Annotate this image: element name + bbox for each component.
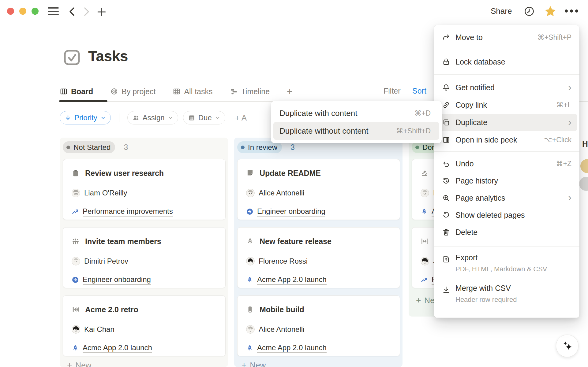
- restore-icon: [442, 211, 450, 219]
- chart-up-icon: [421, 276, 428, 284]
- due-chip[interactable]: Due: [183, 111, 225, 124]
- avatar: [72, 325, 80, 334]
- window-zoom-button[interactable]: [32, 8, 39, 15]
- page-options-menu: Move to ⌘+Shift+P Lock database Get noti…: [434, 25, 579, 318]
- menu-item-move-to[interactable]: Move to ⌘+Shift+P: [436, 28, 577, 46]
- priority-sort-chip[interactable]: Priority: [60, 111, 111, 124]
- menu-footer-spacer: [434, 317, 579, 324]
- page-icon-checkbox[interactable]: [64, 50, 80, 65]
- window-close-button[interactable]: [7, 8, 14, 15]
- add-card-button[interactable]: +New: [242, 360, 266, 367]
- card-title: Update README: [260, 169, 321, 178]
- chart-up-icon: [72, 208, 79, 215]
- chevron-right-icon: ›: [568, 82, 571, 92]
- person-name: Florence Rossi: [259, 257, 308, 265]
- export-icon: [442, 255, 450, 263]
- tab-all-tasks[interactable]: All tasks: [173, 87, 212, 96]
- merge-csv-icon: [442, 286, 450, 294]
- menu-item-show-deleted-pages[interactable]: Show deleted pages: [436, 206, 577, 224]
- person-name: Liam O'Reilly: [84, 189, 127, 197]
- menu-item-merge-with-csv[interactable]: Merge with CSV Header row required: [436, 281, 577, 312]
- people-icon: [132, 114, 140, 121]
- readme-page-icon: [246, 169, 254, 177]
- plus-icon: +: [416, 295, 421, 305]
- tab-board[interactable]: Board: [60, 87, 93, 96]
- menu-item-duplicate-without-content[interactable]: Duplicate without content ⌘+Shift+D: [273, 122, 439, 140]
- person-name: Alice Antonelli: [259, 189, 304, 197]
- menu-item-undo[interactable]: Undo ⌘+Z: [436, 155, 577, 172]
- view-tabbar: Board By project All tasks Timeline +: [60, 84, 293, 98]
- status-dot: [241, 146, 245, 149]
- bell-icon: [442, 83, 450, 92]
- meeting-icon: [72, 237, 80, 245]
- add-card-button[interactable]: +New: [67, 360, 91, 367]
- task-card[interactable]: Update README Alice Antonelli Engineer o…: [237, 159, 400, 220]
- move-to-icon: [442, 33, 450, 42]
- board-column-in-review: In review 3 Update README Alice Antonell…: [234, 138, 403, 367]
- menu-item-page-history[interactable]: Page history: [436, 172, 577, 189]
- avatar: [72, 257, 80, 265]
- add-view-button[interactable]: +: [287, 86, 293, 97]
- menu-item-duplicate-with-content[interactable]: Duplicate with content ⌘+D: [273, 104, 439, 122]
- related-page-link[interactable]: Acme App 2.0 launch: [257, 343, 327, 353]
- page-title[interactable]: Tasks: [88, 48, 128, 65]
- task-card[interactable]: Mobile build Alice Antonelli Acme App 2.…: [237, 295, 400, 356]
- person-name: Alice Antonelli: [259, 325, 304, 334]
- arrow-circle-icon: [246, 208, 253, 215]
- chevron-down-icon: [215, 115, 220, 120]
- phone-icon: [246, 306, 254, 313]
- column-header[interactable]: Not Started 3: [63, 141, 128, 153]
- arrow-circle-icon: [72, 276, 79, 284]
- task-card[interactable]: Acme 2.0 retro Kai Chan Acme App 2.0 lau…: [63, 295, 226, 356]
- task-card[interactable]: Review user research Liam O'Reilly Perfo…: [63, 159, 226, 220]
- rocket-icon: [246, 344, 253, 352]
- favorite-star-icon[interactable]: [544, 5, 557, 18]
- related-page-link[interactable]: Engineer onboarding: [257, 207, 325, 217]
- task-card[interactable]: Invite team members Dimitri Petrov Engin…: [63, 227, 226, 288]
- avatar: [246, 189, 255, 197]
- rocket-icon: [246, 276, 253, 284]
- sort-button[interactable]: Sort: [412, 87, 426, 95]
- duplicate-icon: [442, 118, 450, 127]
- new-page-plus-icon[interactable]: [97, 7, 107, 17]
- history-clock-icon: [442, 177, 450, 185]
- text-width-icon: [421, 237, 429, 245]
- menu-item-open-side-peek[interactable]: Open in side peek ⌥+Click: [436, 131, 577, 149]
- menu-item-lock-database[interactable]: Lock database: [436, 52, 577, 72]
- undo-icon: [442, 160, 450, 168]
- sidebar-menu-icon[interactable]: [47, 7, 59, 16]
- related-page-link[interactable]: Engineer onboarding: [83, 275, 151, 285]
- updates-clock-icon[interactable]: [524, 6, 534, 17]
- app-window: Share Tasks Board By project All tasks T…: [0, 0, 588, 367]
- menu-item-delete[interactable]: Delete: [436, 224, 577, 241]
- filter-chips-row: Priority Assign Due + A: [60, 111, 247, 124]
- menu-item-page-analytics[interactable]: Page analytics ›: [436, 189, 577, 206]
- nav-back-icon[interactable]: [68, 7, 76, 17]
- menu-item-duplicate[interactable]: Duplicate ›: [436, 114, 577, 131]
- menu-item-get-notified[interactable]: Get notified ›: [436, 79, 577, 96]
- tab-timeline[interactable]: Timeline: [230, 87, 270, 96]
- related-page-link[interactable]: Acme App 2.0 launch: [83, 343, 152, 353]
- add-filter-fragment[interactable]: + A: [235, 113, 247, 123]
- duplicate-submenu: Duplicate with content ⌘+D Duplicate wit…: [271, 101, 442, 143]
- ai-assistant-button[interactable]: [556, 335, 579, 357]
- filter-button[interactable]: Filter: [384, 87, 401, 95]
- tab-by-project[interactable]: By project: [110, 87, 155, 96]
- share-button[interactable]: Share: [491, 6, 512, 16]
- target-icon: [110, 87, 118, 95]
- card-title: Review user research: [85, 169, 164, 178]
- timeline-view-icon: [230, 87, 238, 95]
- task-card[interactable]: New feature release Florence Rossi Acme …: [237, 227, 400, 288]
- avatar: [421, 257, 429, 265]
- assign-chip[interactable]: Assign: [127, 111, 178, 124]
- menu-item-export[interactable]: Export PDF, HTML, Markdown & CSV: [436, 251, 577, 281]
- menu-item-copy-link[interactable]: Copy link ⌘+L: [436, 96, 577, 114]
- window-minimize-button[interactable]: [19, 8, 26, 15]
- nav-forward-icon[interactable]: [83, 7, 91, 17]
- avatar: [72, 189, 80, 197]
- link-icon: [442, 101, 450, 109]
- person-name: Kai Chan: [84, 325, 114, 334]
- related-page-link[interactable]: Acme App 2.0 launch: [257, 275, 327, 285]
- related-page-link[interactable]: Performance improvements: [83, 207, 173, 217]
- more-options-icon[interactable]: [565, 9, 578, 13]
